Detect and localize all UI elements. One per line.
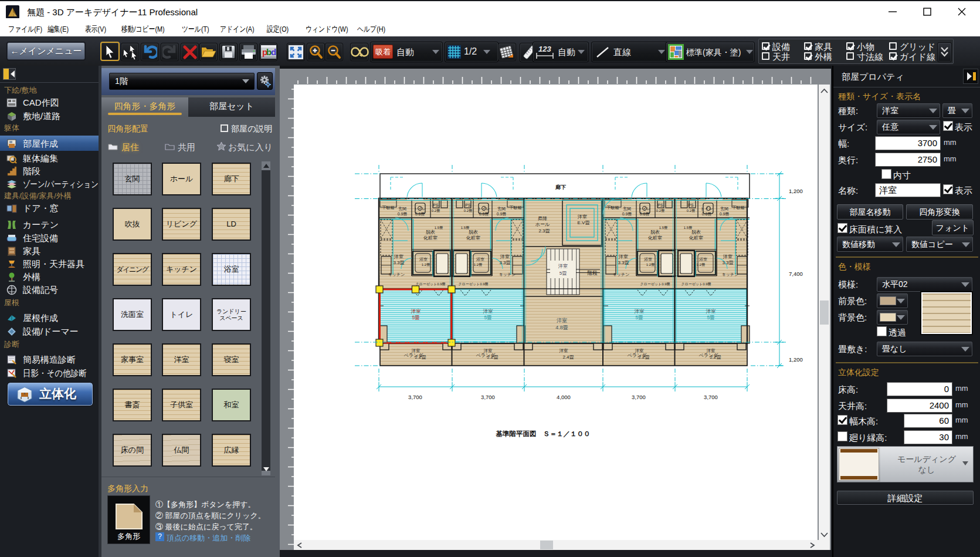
svg-text:2.3畳: 2.3畳 xyxy=(538,228,550,234)
svg-text:キッチン: キッチン xyxy=(722,272,739,276)
svg-text:洋室: 洋室 xyxy=(500,254,510,259)
svg-text:0.6畳: 0.6畳 xyxy=(415,212,425,216)
svg-text:3,700: 3,700 xyxy=(481,394,495,400)
svg-text:0.6畳: 0.6畳 xyxy=(702,212,712,216)
svg-text:化粧室: 化粧室 xyxy=(423,235,438,241)
svg-text:0.9畳: 0.9畳 xyxy=(622,212,632,216)
svg-text:2.2畳: 2.2畳 xyxy=(415,355,426,360)
svg-text:化粧室: 化粧室 xyxy=(466,235,480,241)
svg-text:クローゼット0.9畳: クローゼット0.9畳 xyxy=(415,282,445,286)
svg-text:洋室: 洋室 xyxy=(618,254,628,259)
svg-text:5畳: 5畳 xyxy=(484,315,492,320)
svg-text:キッチン: キッチン xyxy=(499,272,516,276)
svg-text:1.5畳: 1.5畳 xyxy=(684,226,692,229)
svg-text:3,700: 3,700 xyxy=(704,394,718,400)
svg-text:浴室: 浴室 xyxy=(644,257,652,262)
svg-text:5畳: 5畳 xyxy=(707,315,715,320)
svg-text:3.3畳: 3.3畳 xyxy=(393,260,404,265)
svg-text:基準階平面図 Ｓ＝１／１００: 基準階平面図 Ｓ＝１／１００ xyxy=(496,430,591,438)
svg-text:2.4畳: 2.4畳 xyxy=(562,355,574,360)
svg-text:玄関: 玄関 xyxy=(497,207,506,211)
svg-text:玄関: 玄関 xyxy=(623,207,631,211)
svg-text:5畳: 5畳 xyxy=(559,271,567,276)
svg-text:キッチン: キッチン xyxy=(388,272,405,276)
svg-text:1.2畳: 1.2畳 xyxy=(422,263,430,266)
svg-text:洋室: 洋室 xyxy=(558,264,568,269)
svg-text:d: d xyxy=(271,47,276,57)
svg-text:洋室: 洋室 xyxy=(723,254,733,259)
svg-text:0.9畳: 0.9畳 xyxy=(720,212,730,216)
svg-text:クローゼット0.9畳: クローゼット0.9畳 xyxy=(458,282,488,286)
svg-text:玄関: 玄関 xyxy=(720,207,728,211)
svg-text:洋室: 洋室 xyxy=(635,308,645,314)
svg-text:トイレ: トイレ xyxy=(638,207,651,211)
svg-text:0.6畳: 0.6畳 xyxy=(479,212,489,216)
svg-text:脱衣: 脱衣 xyxy=(469,229,478,235)
svg-text:ホール: ホール xyxy=(535,222,550,227)
svg-text:1.5畳: 1.5畳 xyxy=(435,226,443,229)
svg-text:洋室: 洋室 xyxy=(577,214,587,220)
svg-text:クローゼット0.9畳: クローゼット0.9畳 xyxy=(640,282,670,286)
svg-text:5畳: 5畳 xyxy=(635,315,643,320)
svg-text:0.9畳: 0.9畳 xyxy=(497,212,507,216)
svg-text:4,000: 4,000 xyxy=(557,394,571,400)
svg-text:2.2畳: 2.2畳 xyxy=(638,355,649,360)
svg-text:3,700: 3,700 xyxy=(632,394,646,400)
svg-text:1,200: 1,200 xyxy=(789,188,803,194)
svg-text:3.3畳: 3.3畳 xyxy=(499,260,510,265)
svg-text:PS: PS xyxy=(657,203,663,207)
svg-text:階段: 階段 xyxy=(588,270,598,276)
svg-text:1.2畳: 1.2畳 xyxy=(474,263,482,266)
svg-text:下駄箱: 下駄箱 xyxy=(607,205,619,210)
svg-text:化粧室: 化粧室 xyxy=(689,235,703,241)
svg-text:4.8畳: 4.8畳 xyxy=(555,325,568,330)
svg-text:脱衣: 脱衣 xyxy=(650,229,660,235)
svg-text:トイレ: トイレ xyxy=(700,207,713,211)
svg-text:玄関: 玄関 xyxy=(398,207,406,211)
svg-text:0.2畳: 0.2畳 xyxy=(687,209,695,212)
svg-text:3.3畳: 3.3畳 xyxy=(618,260,629,265)
svg-text:1.5畳: 1.5畳 xyxy=(461,226,469,229)
svg-text:トイレ: トイレ xyxy=(413,207,426,211)
svg-text:1,200: 1,200 xyxy=(789,356,803,363)
svg-text:0.6畳: 0.6畳 xyxy=(640,212,650,216)
svg-text:PS: PS xyxy=(433,203,439,207)
svg-text:洋室: 洋室 xyxy=(483,308,494,314)
svg-text:2.2畳: 2.2畳 xyxy=(487,355,498,360)
svg-text:0.2畳: 0.2畳 xyxy=(432,209,440,212)
svg-text:洋室: 洋室 xyxy=(411,308,422,314)
svg-text:1.5畳: 1.5畳 xyxy=(659,226,667,229)
svg-text:廊下: 廊下 xyxy=(555,184,567,190)
svg-text:123: 123 xyxy=(538,45,551,53)
svg-text:3.3畳: 3.3畳 xyxy=(722,260,733,265)
svg-text:下駄箱: 下駄箱 xyxy=(510,205,522,210)
svg-text:クローゼット0.9畳: クローゼット0.9畳 xyxy=(681,282,711,286)
svg-text:0.9畳: 0.9畳 xyxy=(398,212,408,216)
svg-text:PS: PS xyxy=(465,203,471,207)
svg-text:化粧室: 化粧室 xyxy=(647,235,662,241)
svg-text:洋室: 洋室 xyxy=(559,348,569,353)
svg-text:5畳: 5畳 xyxy=(412,315,420,320)
svg-text:浴室: 浴室 xyxy=(699,257,707,262)
svg-text:トイレ: トイレ xyxy=(477,207,490,211)
svg-text:2.2畳: 2.2畳 xyxy=(710,355,721,360)
svg-text:7,400: 7,400 xyxy=(789,271,803,277)
svg-text:洋室: 洋室 xyxy=(706,308,717,314)
svg-text:脱衣: 脱衣 xyxy=(426,229,435,235)
svg-text:0.2畳: 0.2畳 xyxy=(656,209,664,212)
svg-text:浴室: 浴室 xyxy=(476,257,484,262)
svg-text:PS: PS xyxy=(688,203,694,207)
svg-text:3,700: 3,700 xyxy=(408,394,422,400)
svg-text:1.2畳: 1.2畳 xyxy=(646,263,655,266)
svg-text:E.V畳: E.V畳 xyxy=(578,220,590,225)
svg-text:昇降: 昇降 xyxy=(538,216,547,221)
svg-text:脱衣: 脱衣 xyxy=(691,229,701,235)
svg-text:洋室: 洋室 xyxy=(557,318,567,323)
svg-text:洋室: 洋室 xyxy=(394,254,403,259)
svg-text:下駄箱: 下駄箱 xyxy=(733,205,745,210)
svg-text:1.2畳: 1.2畳 xyxy=(697,263,705,266)
svg-text:浴室: 浴室 xyxy=(419,257,428,262)
svg-text:0.2畳: 0.2畳 xyxy=(464,209,472,212)
svg-text:キッチン: キッチン xyxy=(613,272,630,276)
svg-text:下駄箱: 下駄箱 xyxy=(382,205,395,210)
